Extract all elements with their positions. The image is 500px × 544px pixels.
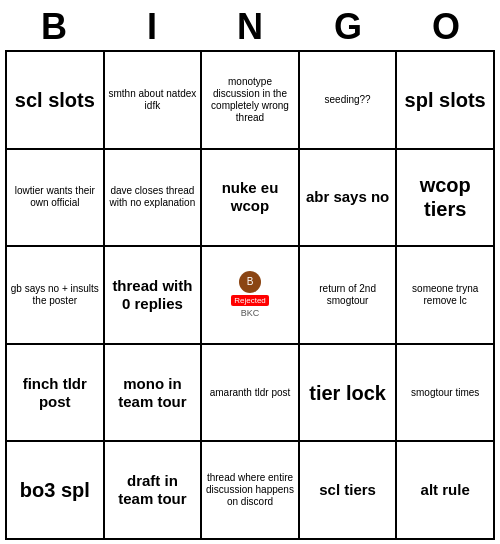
bingo-cell-17: amaranth tldr post: [202, 345, 300, 443]
bkc-label: BKC: [241, 308, 260, 319]
bingo-cell-3: seeding??: [300, 52, 398, 150]
bingo-cell-8: abr says no: [300, 150, 398, 248]
bingo-cell-5: lowtier wants their own official: [7, 150, 105, 248]
bingo-cell-15: finch tldr post: [7, 345, 105, 443]
rejected-badge: Rejected: [231, 295, 269, 307]
bingo-cell-7: nuke eu wcop: [202, 150, 300, 248]
bingo-cell-22: thread where entire discussion happens o…: [202, 442, 300, 540]
bingo-cell-19: smogtour times: [397, 345, 495, 443]
bingo-cell-2: monotype discussion in the completely wr…: [202, 52, 300, 150]
bingo-grid: scl slotssmthn about natdex idfkmonotype…: [5, 50, 495, 540]
bingo-cell-9: wcop tiers: [397, 150, 495, 248]
avatar: B: [239, 271, 261, 293]
bingo-cell-23: scl tiers: [300, 442, 398, 540]
bingo-cell-0: scl slots: [7, 52, 105, 150]
bingo-letter-i: I: [108, 6, 196, 48]
bingo-cell-4: spl slots: [397, 52, 495, 150]
bingo-letter-g: G: [304, 6, 392, 48]
bingo-board: BINGO scl slotssmthn about natdex idfkmo…: [5, 6, 495, 540]
bingo-letter-n: N: [206, 6, 294, 48]
bingo-letter-o: O: [402, 6, 490, 48]
bingo-cell-14: someone tryna remove lc: [397, 247, 495, 345]
bingo-cell-24: alt rule: [397, 442, 495, 540]
bingo-cell-20: bo3 spl: [7, 442, 105, 540]
bingo-cell-21: draft in team tour: [105, 442, 203, 540]
bingo-header: BINGO: [5, 6, 495, 48]
bingo-cell-10: gb says no + insults the poster: [7, 247, 105, 345]
bingo-cell-11: thread with 0 replies: [105, 247, 203, 345]
bingo-letter-b: B: [10, 6, 98, 48]
bingo-cell-16: mono in team tour: [105, 345, 203, 443]
bingo-cell-13: return of 2nd smogtour: [300, 247, 398, 345]
bingo-cell-1: smthn about natdex idfk: [105, 52, 203, 150]
bingo-cell-6: dave closes thread with no explanation: [105, 150, 203, 248]
bingo-cell-12: B Rejected BKC: [202, 247, 300, 345]
bingo-cell-18: tier lock: [300, 345, 398, 443]
